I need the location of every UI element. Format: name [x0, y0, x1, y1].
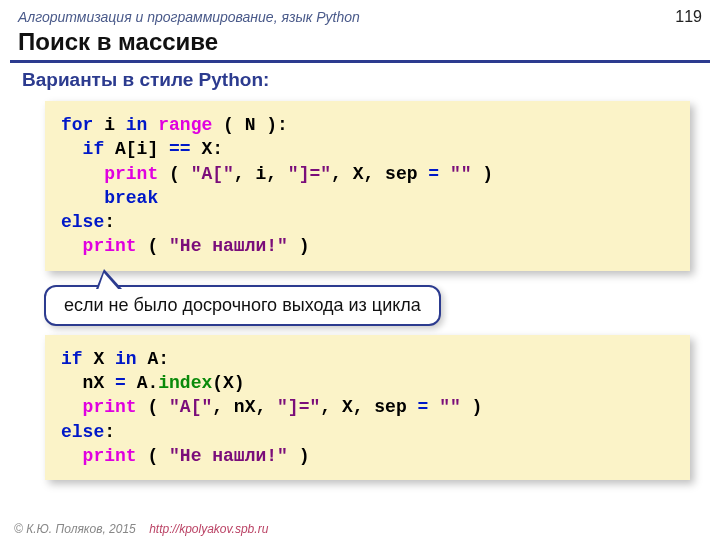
footer: © К.Ю. Поляков, 2015 http://kpolyakov.sp… — [14, 522, 268, 536]
slide-title: Поиск в массиве — [0, 28, 720, 60]
copyright: © К.Ю. Поляков, 2015 — [14, 522, 136, 536]
page-number: 119 — [675, 8, 702, 26]
slide-subtitle: Варианты в стиле Python: — [0, 69, 720, 101]
footer-url: http://kpolyakov.spb.ru — [149, 522, 268, 536]
code-block-1: for i in range ( N ): if A[i] == X: prin… — [45, 101, 690, 271]
callout-note: если не было досрочного выхода из цикла — [44, 285, 441, 326]
title-rule — [10, 60, 710, 63]
code-block-2: if X in A: nX = A.index(X) print ( "A[",… — [45, 335, 690, 480]
chapter-topic: Алгоритмизация и программирование, язык … — [18, 9, 360, 25]
